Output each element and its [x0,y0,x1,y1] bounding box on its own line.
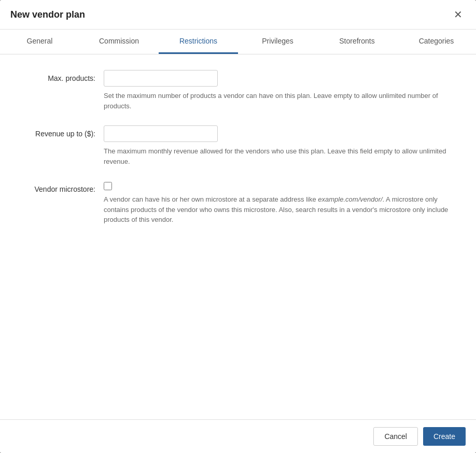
max-products-input[interactable] [104,70,218,87]
vendor-microstore-hint: A vendor can have his or her own microst… [104,194,455,225]
tab-privileges[interactable]: Privileges [238,30,317,54]
cancel-button[interactable]: Cancel [373,427,418,446]
microstore-checkbox-row [104,181,455,190]
vendor-microstore-content: A vendor can have his or her own microst… [104,181,455,225]
modal: New vendor plan ✕ General Commission Res… [0,0,476,453]
tab-restrictions[interactable]: Restrictions [159,30,238,54]
tabs-bar: General Commission Restrictions Privileg… [0,30,476,54]
max-products-content: Set the maximum number of products a ven… [104,70,455,111]
modal-header: New vendor plan ✕ [0,0,476,30]
vendor-microstore-checkbox[interactable] [104,182,112,190]
revenue-hint: The maximum monthly revenue allowed for … [104,146,455,166]
max-products-label: Max. products: [21,70,104,82]
microstore-hint-italic: example.com/vendor/ [318,195,382,203]
modal-title: New vendor plan [10,9,85,20]
vendor-microstore-row: Vendor microstore: A vendor can have his… [21,181,455,225]
revenue-input[interactable] [104,125,218,142]
max-products-hint: Set the maximum number of products a ven… [104,91,455,111]
create-button[interactable]: Create [423,427,466,446]
max-products-row: Max. products: Set the maximum number of… [21,70,455,111]
close-button[interactable]: ✕ [451,8,466,21]
tab-commission[interactable]: Commission [79,30,159,54]
revenue-content: The maximum monthly revenue allowed for … [104,125,455,166]
tab-storefronts[interactable]: Storefronts [317,30,397,54]
modal-overlay: New vendor plan ✕ General Commission Res… [0,0,476,453]
revenue-label: Revenue up to ($): [21,125,104,138]
microstore-hint-before: A vendor can have his or her own microst… [104,195,318,203]
modal-body: Max. products: Set the maximum number of… [0,54,476,419]
modal-footer: Cancel Create [0,419,476,453]
tab-general[interactable]: General [0,30,79,54]
revenue-row: Revenue up to ($): The maximum monthly r… [21,125,455,166]
vendor-microstore-label: Vendor microstore: [21,181,104,193]
tab-categories[interactable]: Categories [397,30,476,54]
